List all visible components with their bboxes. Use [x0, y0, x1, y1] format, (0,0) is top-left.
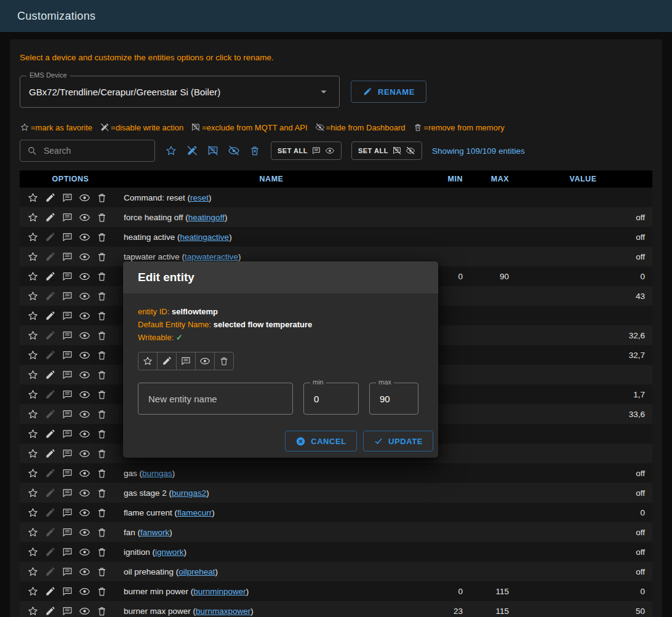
star-icon[interactable]: [27, 408, 39, 420]
eye-icon[interactable]: [79, 428, 90, 440]
edit-icon[interactable]: [44, 546, 56, 558]
edit-icon[interactable]: [44, 408, 56, 420]
comment-icon[interactable]: [62, 192, 73, 204]
edit-icon[interactable]: [44, 310, 56, 322]
eye-icon[interactable]: [79, 507, 90, 519]
eye-off-icon[interactable]: [228, 145, 240, 157]
edit-icon[interactable]: [44, 231, 56, 243]
delete-icon[interactable]: [96, 251, 108, 263]
edit-icon[interactable]: [44, 290, 56, 302]
comment-icon[interactable]: [62, 507, 73, 519]
eye-icon[interactable]: [79, 330, 90, 341]
delete-icon[interactable]: [96, 468, 108, 479]
star-icon[interactable]: [27, 487, 39, 499]
delete-icon[interactable]: [96, 369, 108, 381]
comment-icon[interactable]: [62, 369, 73, 381]
min-field[interactable]: min: [303, 383, 359, 415]
search-field[interactable]: [20, 140, 155, 162]
entity-link[interactable]: burnmaxpower: [196, 607, 250, 616]
star-icon[interactable]: [27, 586, 39, 597]
eye-icon[interactable]: [196, 352, 215, 370]
delete-icon[interactable]: [96, 487, 108, 499]
star-icon[interactable]: [27, 468, 39, 479]
star-icon[interactable]: [27, 251, 39, 263]
delete-icon[interactable]: [96, 212, 108, 223]
comment-icon[interactable]: [62, 271, 73, 282]
eye-icon[interactable]: [79, 546, 90, 558]
delete-icon[interactable]: [96, 290, 108, 302]
new-entity-name-input[interactable]: [147, 393, 284, 405]
star-icon[interactable]: [165, 145, 177, 157]
delete-icon[interactable]: [96, 408, 108, 420]
delete-icon[interactable]: [96, 271, 108, 282]
eye-icon[interactable]: [79, 487, 90, 499]
min-input[interactable]: [313, 393, 350, 405]
edit-icon[interactable]: [44, 271, 56, 282]
entity-link[interactable]: tapwateractive: [185, 252, 238, 261]
comment-icon[interactable]: [62, 330, 73, 341]
comment-icon[interactable]: [62, 290, 73, 302]
delete-icon[interactable]: [96, 605, 108, 617]
comment-icon[interactable]: [62, 566, 73, 578]
edit-icon[interactable]: [44, 468, 56, 479]
edit-icon[interactable]: [44, 448, 56, 460]
edit-icon[interactable]: [44, 566, 56, 578]
edit-icon[interactable]: [44, 349, 56, 361]
comment-icon[interactable]: [62, 428, 73, 440]
comment-icon[interactable]: [62, 487, 73, 499]
star-icon[interactable]: [27, 428, 39, 440]
delete-icon[interactable]: [215, 352, 233, 370]
entity-link[interactable]: heatingactive: [180, 233, 230, 242]
star-icon[interactable]: [27, 605, 39, 617]
entity-link[interactable]: burngas: [142, 469, 172, 478]
edit-icon[interactable]: [44, 605, 56, 617]
star-icon[interactable]: [27, 310, 39, 322]
rename-button[interactable]: RENAME: [351, 81, 426, 103]
eye-icon[interactable]: [79, 468, 90, 479]
new-entity-name-field[interactable]: [138, 383, 293, 415]
entity-link[interactable]: burngas2: [172, 488, 206, 498]
delete-icon[interactable]: [96, 231, 108, 243]
comment-icon[interactable]: [62, 231, 73, 243]
comment-icon[interactable]: [62, 527, 73, 538]
edit-icon[interactable]: [44, 586, 56, 597]
edit-icon[interactable]: [44, 527, 56, 538]
star-icon[interactable]: [27, 369, 39, 381]
edit-icon[interactable]: [44, 251, 56, 263]
comment-icon[interactable]: [62, 448, 73, 460]
eye-icon[interactable]: [79, 369, 90, 381]
ems-device-select[interactable]: EMS Device GBx72/Trendline/Cerapur/Green…: [20, 76, 340, 108]
eye-icon[interactable]: [79, 566, 90, 578]
eye-icon[interactable]: [79, 251, 90, 263]
cancel-button[interactable]: CANCEL: [285, 431, 357, 452]
edit-icon[interactable]: [158, 352, 177, 370]
eye-icon[interactable]: [79, 605, 90, 617]
eye-icon[interactable]: [79, 212, 90, 223]
delete-icon[interactable]: [96, 349, 108, 361]
delete-icon[interactable]: [96, 448, 108, 460]
delete-icon[interactable]: [96, 330, 108, 341]
comment-icon[interactable]: [62, 389, 73, 400]
star-icon[interactable]: [27, 231, 39, 243]
eye-icon[interactable]: [79, 192, 90, 204]
star-icon[interactable]: [27, 448, 39, 460]
star-icon[interactable]: [27, 271, 39, 282]
eye-icon[interactable]: [79, 271, 90, 282]
delete-x-icon[interactable]: [249, 145, 261, 157]
star-icon[interactable]: [27, 566, 39, 578]
comment-icon[interactable]: [62, 251, 73, 263]
star-icon[interactable]: [27, 507, 39, 519]
eye-icon[interactable]: [79, 408, 90, 420]
delete-icon[interactable]: [96, 527, 108, 538]
comment-icon[interactable]: [62, 349, 73, 361]
entity-link[interactable]: burnminpower: [193, 587, 246, 596]
eye-icon[interactable]: [79, 231, 90, 243]
delete-icon[interactable]: [96, 566, 108, 578]
entity-link[interactable]: heatingoff: [188, 213, 225, 222]
star-icon[interactable]: [27, 192, 39, 204]
delete-icon[interactable]: [96, 507, 108, 519]
set-all-show-button[interactable]: SET ALL: [271, 141, 342, 160]
star-icon[interactable]: [27, 527, 39, 538]
comment-icon[interactable]: [177, 352, 196, 370]
eye-icon[interactable]: [79, 586, 90, 597]
